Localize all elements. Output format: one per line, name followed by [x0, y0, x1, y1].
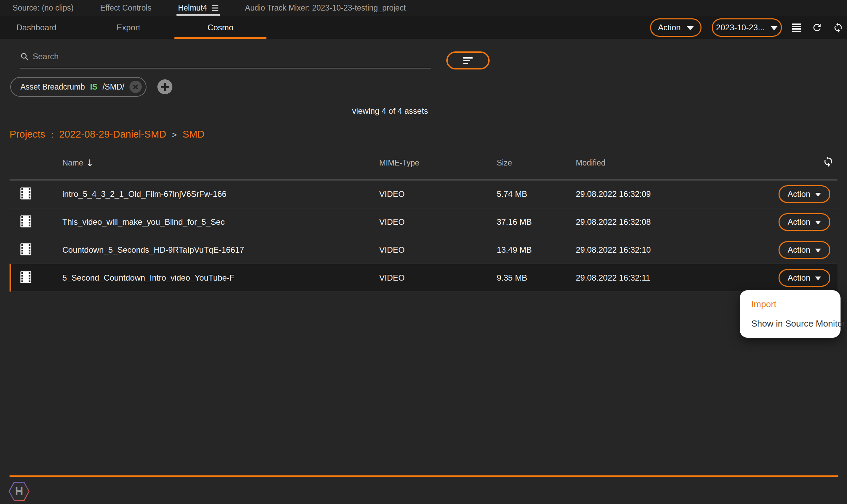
menu-item-import[interactable]: Import	[740, 295, 841, 314]
breadcrumb-separator: >	[172, 130, 177, 140]
column-header-mime-type[interactable]: MIME-Type	[379, 158, 419, 168]
panel-tab-effect-controls[interactable]: Effect Controls	[99, 0, 153, 16]
row-action-dropdown[interactable]: Action	[779, 185, 830, 203]
search-icon	[20, 52, 30, 63]
project-dropdown[interactable]: 2023-10-23...	[712, 18, 782, 37]
chevron-down-icon	[815, 277, 821, 280]
nav-right-controls: Action 2023-10-23...	[650, 16, 844, 39]
column-header-modified[interactable]: Modified	[576, 158, 605, 168]
panel-tab-label: Audio Track Mixer: 2023-10-23-testing_pr…	[245, 3, 406, 13]
asset-size: 9.35 MB	[497, 273, 527, 283]
breadcrumb-current-folder[interactable]: SMD	[183, 129, 204, 140]
tab-label: Dashboard	[16, 23, 56, 32]
asset-name: intro_5_4_3_2_1_Old_Film-67lnjV6SrFw-166	[62, 189, 227, 199]
filter-chip-field: Asset Breadcrumb	[20, 82, 85, 92]
row-action-label: Action	[788, 189, 811, 199]
tab-export[interactable]: Export	[82, 16, 174, 39]
breadcrumb-projects[interactable]: Projects	[10, 129, 45, 140]
chevron-down-icon	[771, 26, 777, 30]
asset-modified: 29.08.2022 16:32:09	[576, 189, 651, 199]
sync-icon[interactable]	[833, 22, 844, 33]
row-action-dropdown[interactable]: Action	[779, 213, 830, 231]
global-action-dropdown[interactable]: Action	[650, 18, 702, 37]
breadcrumb: Projects : 2022-08-29-Daniel-SMD > SMD	[10, 129, 204, 140]
asset-table: Name ↓ MIME-Type Size Modified intro_5_4…	[10, 155, 837, 292]
asset-name: This_video_will_make_you_Blind_for_5_Sec	[62, 217, 225, 227]
helmut4-cosmo-panel: Source: (no clips) Effect Controls Helmu…	[0, 0, 847, 504]
tab-dashboard[interactable]: Dashboard	[0, 16, 82, 39]
breadcrumb-project-folder[interactable]: 2022-08-29-Daniel-SMD	[59, 129, 166, 140]
viewing-count: viewing 4 of 4 assets	[352, 106, 428, 116]
row-action-label: Action	[788, 245, 811, 255]
filter-chip-operator: IS	[90, 82, 97, 92]
add-filter-button[interactable]	[157, 79, 172, 94]
film-strip-icon	[20, 215, 31, 229]
asset-size: 13.49 MB	[497, 245, 532, 255]
asset-mime: VIDEO	[379, 245, 405, 255]
row-action-dropdown[interactable]: Action	[779, 241, 830, 259]
menu-item-show-in-source-monitor[interactable]: Show in Source Monitor	[740, 314, 841, 333]
tab-label: Cosmo	[207, 23, 233, 32]
asset-modified: 29.08.2022 16:32:10	[576, 245, 651, 255]
sort-descending-icon: ↓	[86, 158, 94, 168]
filter-chip-value: /SMD/	[103, 82, 124, 92]
row-action-dropdown-open[interactable]: Action	[779, 269, 830, 287]
tab-label: Export	[117, 23, 140, 32]
column-header-size[interactable]: Size	[497, 158, 512, 168]
table-row-selected[interactable]: 5_Second_Countdown_Intro_video_YouTube-F…	[10, 264, 837, 292]
row-action-label: Action	[788, 217, 811, 227]
remove-filter-icon[interactable]	[129, 81, 142, 93]
asset-mime: VIDEO	[379, 273, 405, 283]
asset-mime: VIDEO	[379, 217, 405, 227]
search-input[interactable]	[33, 50, 407, 63]
table-header: Name ↓ MIME-Type Size Modified	[10, 155, 837, 180]
asset-size: 5.74 MB	[497, 189, 527, 199]
table-row[interactable]: intro_5_4_3_2_1_Old_Film-67lnjV6SrFw-166…	[10, 180, 837, 208]
breadcrumb-separator: :	[51, 130, 53, 140]
logo-letter: H	[15, 485, 23, 498]
panel-tab-helmut4[interactable]: Helmut4	[176, 0, 220, 16]
chevron-down-icon	[815, 193, 821, 196]
action-dropdown-label: Action	[658, 23, 681, 32]
table-sync-icon[interactable]	[822, 156, 834, 167]
table-row[interactable]: This_video_will_make_you_Blind_for_5_Sec…	[10, 208, 837, 236]
refresh-icon[interactable]	[812, 22, 822, 33]
helmut-logo: H	[8, 480, 30, 504]
panel-menu-icon[interactable]	[212, 5, 218, 11]
asset-mime: VIDEO	[379, 189, 405, 199]
film-strip-icon	[20, 271, 31, 285]
asset-size: 37.16 MB	[497, 217, 532, 227]
film-strip-icon	[20, 187, 31, 201]
row-action-label: Action	[788, 273, 811, 283]
asset-name: 5_Second_Countdown_Intro_video_YouTube-F	[62, 273, 234, 283]
chevron-down-icon	[815, 249, 821, 252]
panel-tab-audio-track-mixer[interactable]: Audio Track Mixer: 2023-10-23-testing_pr…	[244, 0, 407, 16]
panel-tab-label: Source: (no clips)	[13, 3, 74, 13]
column-header-name[interactable]: Name ↓	[62, 158, 94, 168]
search-underline	[20, 68, 431, 68]
table-row[interactable]: Countdown_5_Seconds_HD-9RTaIpVuTqE-16617…	[10, 236, 837, 264]
asset-modified: 29.08.2022 16:32:08	[576, 217, 651, 227]
chevron-down-icon	[687, 26, 694, 30]
chevron-down-icon	[815, 221, 821, 224]
filter-chip-asset-breadcrumb: Asset Breadcrumb IS /SMD/	[10, 77, 147, 97]
tab-cosmo[interactable]: Cosmo	[174, 16, 266, 39]
film-strip-icon	[20, 243, 31, 257]
panel-tab-source-monitor[interactable]: Source: (no clips)	[11, 0, 75, 16]
project-dropdown-label: 2023-10-23...	[716, 23, 765, 32]
filter-sort-button[interactable]	[446, 51, 490, 69]
panel-tab-bar: Source: (no clips) Effect Controls Helmu…	[0, 0, 847, 16]
sort-lines-icon	[463, 57, 473, 59]
footer-divider	[10, 475, 838, 477]
cosmo-nav-bar: Dashboard Export Cosmo Action 2023-10-23…	[0, 16, 847, 39]
action-context-menu: Import Show in Source Monitor	[740, 290, 841, 338]
panel-tab-label: Effect Controls	[100, 3, 151, 13]
list-menu-icon[interactable]	[792, 23, 801, 32]
asset-name: Countdown_5_Seconds_HD-9RTaIpVuTqE-16617	[62, 245, 244, 255]
asset-modified: 29.08.2022 16:32:11	[576, 273, 650, 283]
panel-tab-label: Helmut4	[178, 3, 207, 13]
